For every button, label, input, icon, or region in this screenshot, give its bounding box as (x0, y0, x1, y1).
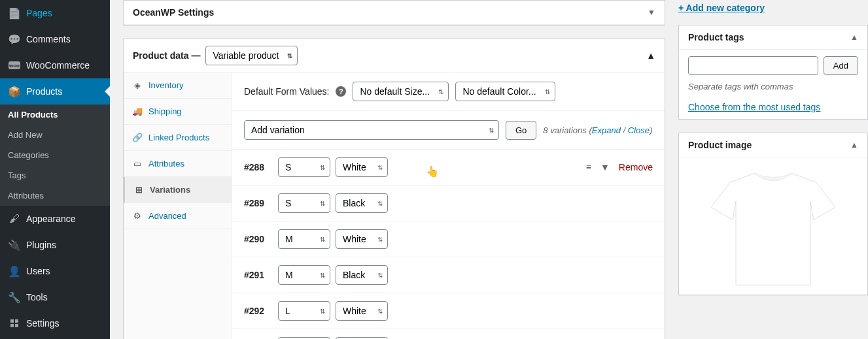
submenu-all-products[interactable]: All Products (0, 105, 110, 125)
variation-color-select[interactable]: White (336, 229, 388, 249)
tab-attributes[interactable]: ▭Attributes (124, 151, 232, 177)
product-type-select[interactable]: Variable product (205, 46, 298, 65)
variation-size-select[interactable]: S (278, 193, 330, 213)
default-color-select[interactable]: No default Color... (455, 82, 555, 101)
users-icon: 👤 (8, 265, 21, 278)
variation-id: #288 (244, 162, 273, 172)
tshirt-image (688, 164, 858, 288)
product-tags-body: Add Separate tags with commas Choose fro… (679, 50, 867, 119)
settings-icon (8, 317, 21, 330)
variation-row[interactable]: #290 M White (232, 221, 665, 257)
oceanwp-panel-header[interactable]: OceanWP Settings ▼ (124, 1, 665, 25)
sidebar-item-users[interactable]: 👤Users (0, 258, 110, 284)
variation-size-select[interactable]: M (278, 229, 330, 249)
comments-icon: 💬 (8, 33, 21, 46)
default-size-select[interactable]: No default Size... (353, 82, 449, 101)
add-tag-button[interactable]: Add (824, 56, 858, 75)
tab-advanced[interactable]: ⚙Advanced (124, 203, 232, 229)
variation-color-select[interactable]: White (336, 301, 388, 321)
tab-linked-products[interactable]: 🔗Linked Products (124, 125, 232, 151)
most-used-tags-link[interactable]: Choose from the most used tags (688, 102, 820, 112)
sidebar-item-appearance[interactable]: 🖌Appearance (0, 206, 110, 232)
default-form-values-row: Default Form Values: ? No default Size..… (232, 73, 665, 111)
product-image-panel: Product image ▲ (678, 133, 868, 295)
expand-link[interactable]: Expand (592, 125, 621, 135)
add-variation-select[interactable]: Add variation (244, 120, 499, 140)
chevron-down-icon: ▼ (648, 8, 655, 17)
product-tags-title: Product tags (688, 32, 744, 42)
tab-variations[interactable]: ⊞Variations (124, 177, 232, 203)
variation-row[interactable]: #292 L White (232, 293, 665, 329)
product-data-tabs: ◈Inventory 🚚Shipping 🔗Linked Products ▭A… (124, 73, 232, 339)
plugins-icon: 🔌 (8, 238, 21, 251)
product-image-header[interactable]: Product image ▲ (679, 133, 867, 157)
add-variation-row: Add variation Go 8 variations (Expand / … (232, 111, 665, 150)
variation-row[interactable]: #293 L Black (232, 329, 665, 339)
variation-color-select[interactable]: Black (336, 265, 388, 285)
variation-id: #290 (244, 234, 273, 244)
chevron-up-icon: ▲ (850, 140, 858, 150)
sidebar-item-pages[interactable]: 📄Pages (0, 0, 110, 26)
close-link[interactable]: Close (628, 125, 650, 135)
product-tags-header[interactable]: Product tags ▲ (679, 25, 867, 50)
drag-handle-icon[interactable]: ≡ (586, 162, 591, 172)
product-data-body: ◈Inventory 🚚Shipping 🔗Linked Products ▭A… (124, 73, 665, 339)
go-button[interactable]: Go (506, 121, 536, 140)
sidebar-item-tools[interactable]: 🔧Tools (0, 284, 110, 310)
remove-variation-link[interactable]: Remove (619, 162, 653, 172)
submenu-tags[interactable]: Tags (0, 165, 110, 186)
oceanwp-panel: OceanWP Settings ▼ (123, 0, 665, 25)
admin-sidebar: 📄Pages 💬Comments wooWooCommerce 📦Product… (0, 0, 110, 339)
expand-variation-icon[interactable]: ▼ (600, 162, 610, 172)
tab-shipping[interactable]: 🚚Shipping (124, 99, 232, 125)
product-type-select-wrap: Variable product (200, 46, 298, 65)
sidebar-item-plugins[interactable]: 🔌Plugins (0, 232, 110, 258)
variation-color-select[interactable]: White (336, 157, 388, 177)
variations-list: #288 S White👆 ≡ ▼ Remove #289 S Black #2… (232, 150, 665, 339)
products-submenu: All Products Add New Categories Tags Att… (0, 105, 110, 206)
variation-size-select[interactable]: M (278, 265, 330, 285)
submenu-categories[interactable]: Categories (0, 145, 110, 165)
main-content: OceanWP Settings ▼ Product data — Variab… (110, 0, 678, 339)
chevron-up-icon[interactable]: ▲ (646, 50, 655, 61)
help-icon[interactable]: ? (336, 86, 346, 97)
sidebar-item-products[interactable]: 📦Products (0, 78, 110, 105)
variation-row[interactable]: #289 S Black (232, 186, 665, 221)
tab-inventory[interactable]: ◈Inventory (124, 73, 232, 99)
submenu-add-new[interactable]: Add New (0, 125, 110, 145)
variation-size-select[interactable]: S (278, 157, 330, 177)
tags-help-text: Separate tags with commas (688, 82, 858, 91)
advanced-icon: ⚙ (131, 211, 143, 221)
sidebar-item-settings[interactable]: Settings (0, 310, 110, 336)
oceanwp-title: OceanWP Settings (133, 7, 214, 18)
pages-icon: 📄 (8, 7, 21, 20)
variation-row[interactable]: #291 M Black (232, 257, 665, 293)
variation-id: #292 (244, 306, 273, 316)
add-new-category-link[interactable]: + Add new category (678, 0, 765, 25)
appearance-icon: 🖌 (8, 212, 21, 225)
default-form-label: Default Form Values: (244, 86, 329, 97)
svg-text:woo: woo (9, 63, 20, 69)
sidebar-item-comments[interactable]: 💬Comments (0, 26, 110, 52)
product-image-title: Product image (688, 140, 752, 150)
variation-id: #289 (244, 198, 273, 208)
products-icon: 📦 (8, 85, 21, 98)
variation-size-select[interactable]: L (278, 301, 330, 321)
variation-id: #291 (244, 270, 273, 280)
product-tags-panel: Product tags ▲ Add Separate tags with co… (678, 25, 868, 120)
product-image-body[interactable] (679, 157, 867, 295)
shipping-icon: 🚚 (131, 106, 143, 116)
variations-info: 8 variations (Expand / Close) (543, 125, 652, 135)
submenu-attributes[interactable]: Attributes (0, 186, 110, 206)
tools-icon: 🔧 (8, 291, 21, 304)
variation-color-select[interactable]: Black (336, 193, 388, 213)
variations-tab-content: Default Form Values: ? No default Size..… (232, 73, 665, 339)
inventory-icon: ◈ (131, 80, 143, 90)
sidebar-item-woocommerce[interactable]: wooWooCommerce (0, 52, 110, 78)
variations-icon: ⊞ (133, 185, 145, 195)
tags-input[interactable] (688, 56, 818, 75)
product-data-header: Product data — Variable product ▲ (124, 39, 665, 73)
product-data-label: Product data — (133, 50, 200, 61)
cursor-icon: 👆 (426, 165, 439, 178)
variation-row[interactable]: #288 S White👆 ≡ ▼ Remove (232, 150, 665, 186)
